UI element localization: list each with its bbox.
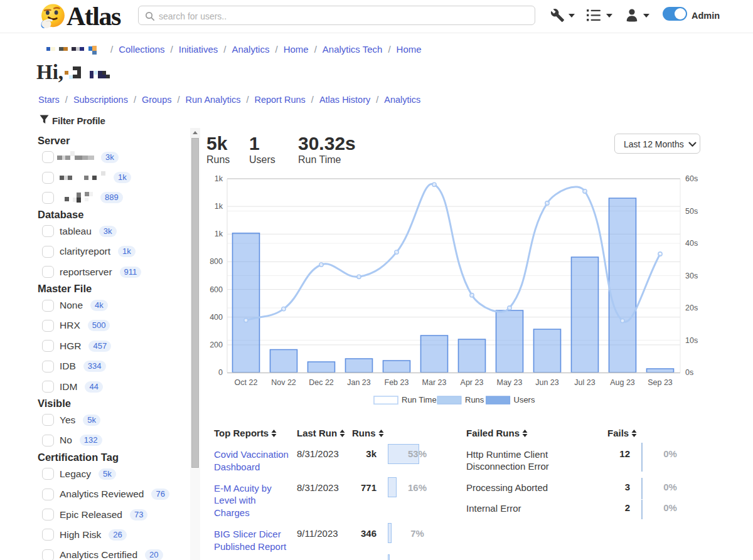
svg-text:Sep 23: Sep 23 xyxy=(648,378,673,387)
svg-text:Nov 22: Nov 22 xyxy=(271,378,296,387)
svg-text:Runs: Runs xyxy=(465,395,484,404)
svg-text:30s: 30s xyxy=(685,272,698,280)
svg-text:60s: 60s xyxy=(685,174,698,183)
svg-text:Jun 23: Jun 23 xyxy=(535,378,559,387)
svg-text:10s: 10s xyxy=(685,336,698,345)
svg-text:Feb 23: Feb 23 xyxy=(385,378,409,387)
svg-text:600: 600 xyxy=(210,285,223,294)
svg-text:Mar 23: Mar 23 xyxy=(422,378,447,387)
svg-text:Oct 22: Oct 22 xyxy=(235,378,258,387)
svg-text:Apr 23: Apr 23 xyxy=(461,378,484,387)
svg-text:Users: Users xyxy=(514,395,535,404)
svg-text:Dec 22: Dec 22 xyxy=(309,378,334,387)
svg-text:Run Time: Run Time xyxy=(402,395,437,404)
svg-text:40s: 40s xyxy=(685,239,698,248)
svg-text:May 23: May 23 xyxy=(497,378,523,387)
svg-text:Jan 23: Jan 23 xyxy=(347,378,371,387)
svg-text:0: 0 xyxy=(218,368,223,377)
svg-text:20s: 20s xyxy=(685,304,698,312)
svg-text:Aug 23: Aug 23 xyxy=(610,378,635,387)
svg-text:1k: 1k xyxy=(215,230,223,238)
svg-text:Jul 23: Jul 23 xyxy=(574,378,595,387)
svg-text:400: 400 xyxy=(210,313,223,322)
svg-text:800: 800 xyxy=(210,257,223,266)
svg-text:0s: 0s xyxy=(685,368,693,377)
svg-text:1k: 1k xyxy=(215,202,223,211)
svg-text:1k: 1k xyxy=(215,174,223,183)
svg-text:50s: 50s xyxy=(685,207,698,216)
svg-text:200: 200 xyxy=(210,341,223,349)
